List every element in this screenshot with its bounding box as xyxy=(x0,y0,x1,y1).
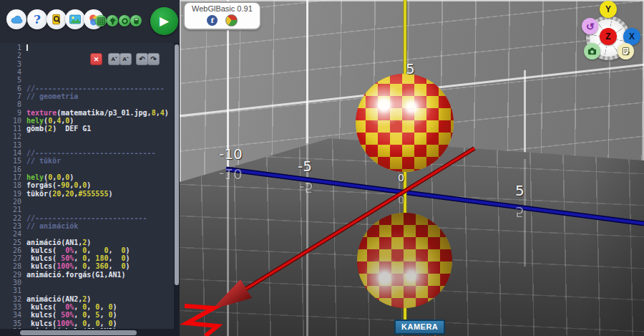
bulb-button[interactable] xyxy=(107,15,118,27)
search-doc-button[interactable] xyxy=(47,9,67,29)
code-line: 35 kulcs(100%, 0, 0, 0) xyxy=(0,320,174,327)
gizmo-notes-button[interactable] xyxy=(618,43,634,59)
code-line: 26 kulcs( 0%, 0, 0, 0) xyxy=(0,246,174,254)
search-doc-icon xyxy=(50,13,63,26)
sphere xyxy=(356,74,454,172)
vertical-scrollbar-thumb[interactable] xyxy=(175,44,179,285)
gizmo-screenshot-button[interactable] xyxy=(584,43,600,59)
camera-icon xyxy=(587,47,597,56)
cloud-glyph xyxy=(10,13,24,27)
line-number: 33 xyxy=(0,303,26,311)
code-line: 33 kulcs( 0%, 0, 0, 0) xyxy=(0,303,174,311)
line-number: 3 xyxy=(0,60,26,68)
facebook-icon[interactable]: f xyxy=(207,15,218,26)
x-axis-arrowhead xyxy=(212,279,252,309)
question-icon: ? xyxy=(34,12,41,27)
line-number: 7 xyxy=(0,92,26,100)
code-line: 19tükör(20,20,#555555) xyxy=(0,190,174,198)
redo-button[interactable]: ↷ xyxy=(147,53,160,65)
ring-icon xyxy=(121,17,129,25)
line-number: 17 xyxy=(0,173,26,181)
redo-icon: ↷ xyxy=(150,55,156,63)
document-edit-icon xyxy=(621,47,630,56)
code-line: 30 xyxy=(0,279,174,287)
code-line: 16 xyxy=(0,165,174,173)
code-line: 32animáció(AN2,2) xyxy=(0,295,174,303)
code-line: 22//-------------------------- xyxy=(0,214,174,222)
code-line: 18forgás(-90,0,0) xyxy=(0,181,174,189)
line-number: 9 xyxy=(0,109,26,117)
facebook-glyph: f xyxy=(211,17,214,24)
ring-button[interactable] xyxy=(119,15,130,27)
cylinder-icon xyxy=(132,17,140,25)
horizontal-scrollbar[interactable] xyxy=(0,329,174,336)
axis-label: 0 xyxy=(398,172,404,183)
camera-button[interactable]: KAMERA xyxy=(394,320,445,335)
line-number: 18 xyxy=(0,181,26,189)
webglbasic-app: ? xyxy=(0,0,644,336)
line-number: 26 xyxy=(0,246,26,254)
code-line: 25animáció(AN1,2) xyxy=(0,239,174,246)
horizontal-scrollbar-thumb[interactable] xyxy=(20,330,137,335)
code-line: 9texture(matematika/p3_01.jpg,8,4) xyxy=(0,109,174,117)
gizmo-z-button[interactable]: Z xyxy=(600,28,617,45)
axis-label-reflection: -10 xyxy=(219,165,243,183)
line-number: 5 xyxy=(0,76,26,84)
line-number: 27 xyxy=(0,254,26,262)
app-badge: WebGlBasic 0.91 f xyxy=(183,1,261,30)
axis-label: 5 xyxy=(515,182,525,199)
image-button[interactable] xyxy=(65,9,85,29)
gizmo-y-button[interactable]: Y xyxy=(600,1,617,18)
gizmo-rotate-button[interactable]: ↺ xyxy=(582,18,598,34)
toolbar: ? xyxy=(0,0,180,43)
line-number: 22 xyxy=(0,214,26,222)
grid-button[interactable] xyxy=(95,15,107,27)
play-icon: ▶ xyxy=(160,14,169,29)
code-editor[interactable]: 123456//------------------------------7/… xyxy=(0,43,174,336)
code-line: 5 xyxy=(0,76,174,84)
line-number: 32 xyxy=(0,295,26,303)
axis-label: -10 xyxy=(219,145,243,163)
code-line: 14//---------------------------- xyxy=(0,149,174,157)
line-number: 11 xyxy=(0,125,26,133)
text-cursor xyxy=(26,44,28,51)
code-line: 13 xyxy=(0,141,174,149)
sphere-reflection xyxy=(357,213,452,308)
font-decrease-icon: Aˇ xyxy=(111,56,117,62)
language-icon[interactable] xyxy=(225,14,238,27)
code-line: 20 xyxy=(0,198,174,206)
code-line: 11gömb(2) DEF G1 xyxy=(0,125,174,133)
image-icon xyxy=(69,13,82,26)
cloud-icon[interactable] xyxy=(6,9,26,29)
line-number: 23 xyxy=(0,222,26,230)
z-axis xyxy=(226,169,644,224)
rotate-icon: ↺ xyxy=(586,21,595,32)
line-number: 19 xyxy=(0,190,26,198)
cylinder-button[interactable] xyxy=(130,15,142,27)
line-number: 14 xyxy=(0,149,26,157)
close-button[interactable]: ✕ xyxy=(90,53,102,65)
undo-icon: ↶ xyxy=(139,55,145,63)
line-number: 34 xyxy=(0,311,26,319)
line-number: 12 xyxy=(0,133,26,140)
viewport-canvas[interactable]: 5-10-505-10-505 WebGlBasic 0.91 f KAMERA… xyxy=(180,0,644,336)
help-button[interactable]: ? xyxy=(27,9,47,29)
line-number: 21 xyxy=(0,206,26,213)
sphere-gloss xyxy=(357,213,452,308)
line-number: 4 xyxy=(0,68,26,76)
line-number: 35 xyxy=(0,320,26,327)
code-line: 15// tükör xyxy=(0,157,174,165)
code-line: 10hely(0,4,0) xyxy=(0,117,174,125)
run-button[interactable]: ▶ xyxy=(150,7,178,35)
font-decrease-button[interactable]: Aˇ xyxy=(108,53,120,65)
code-line: 34 kulcs( 50%, 0, 5, 0) xyxy=(0,311,174,319)
code-line: 28 kulcs(100%, 0, 360, 0) xyxy=(0,262,174,270)
code-line: 7// geometria xyxy=(0,92,174,100)
undo-button[interactable]: ↶ xyxy=(136,53,148,65)
axis-label-reflection: 5 xyxy=(515,203,525,221)
line-number: 20 xyxy=(0,198,26,206)
code-line: 29animáció.forgás(G1,AN1) xyxy=(0,271,174,279)
line-number: 28 xyxy=(0,262,26,270)
font-increase-button[interactable]: Aˆ xyxy=(119,53,132,65)
vertical-scrollbar[interactable] xyxy=(174,43,180,336)
